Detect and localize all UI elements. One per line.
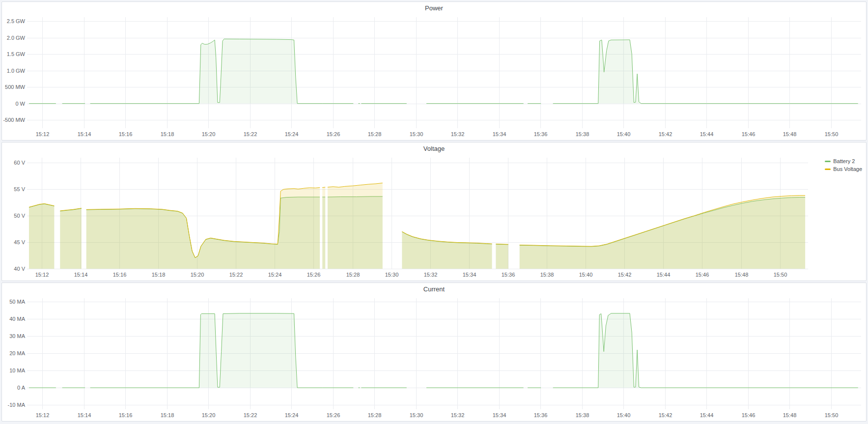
x-tick-label: 15:44 xyxy=(700,412,714,418)
x-tick-label: 15:48 xyxy=(783,131,797,137)
x-tick-label: 15:30 xyxy=(410,412,423,418)
x-tick-label: 15:38 xyxy=(576,131,589,137)
y-tick-label: -10 MA xyxy=(8,402,26,408)
y-tick-label: 60 V xyxy=(14,160,25,166)
x-tick-label: 15:24 xyxy=(285,131,299,137)
panel-title-power[interactable]: Power xyxy=(2,2,866,14)
x-tick-label: 15:18 xyxy=(161,412,174,418)
y-tick-label: 1.0 GW xyxy=(7,68,26,74)
y-tick-label: 50 V xyxy=(14,213,25,219)
x-tick-label: 15:38 xyxy=(576,412,589,418)
x-tick-label: 15:44 xyxy=(657,272,671,278)
voltage-chart-canvas[interactable]: 60 V55 V50 V45 V40 V15:1215:1415:1615:18… xyxy=(2,155,866,281)
x-tick-label: 15:46 xyxy=(696,272,709,278)
panel-title-voltage[interactable]: Voltage xyxy=(2,142,866,155)
power-chart-canvas[interactable]: 2.5 GW2.0 GW1.5 GW1.0 GW500 MW0 W-500 MW… xyxy=(2,14,866,140)
x-tick-label: 15:36 xyxy=(534,412,548,418)
x-tick-label: 15:16 xyxy=(119,131,133,137)
y-tick-label: 0 A xyxy=(17,385,26,391)
Bus Voltage-area xyxy=(29,183,805,269)
x-tick-label: 15:26 xyxy=(327,412,340,418)
x-tick-label: 15:50 xyxy=(825,131,839,137)
x-tick-label: 15:24 xyxy=(285,412,299,418)
x-tick-label: 15:24 xyxy=(268,272,282,278)
x-tick-label: 15:14 xyxy=(78,412,91,418)
x-tick-label: 15:14 xyxy=(74,272,88,278)
y-tick-label: 40 V xyxy=(14,266,25,272)
gridlines xyxy=(27,298,861,409)
y-tick-label: 30 MA xyxy=(9,333,25,339)
x-tick-label: 15:18 xyxy=(152,272,166,278)
panel-power: Power 2.5 GW2.0 GW1.5 GW1.0 GW500 MW0 W-… xyxy=(1,1,867,141)
x-tick-label: 15:20 xyxy=(191,272,204,278)
y-tick-label: 1.5 GW xyxy=(7,51,26,57)
x-tick-label: 15:26 xyxy=(307,272,321,278)
x-tick-label: 15:50 xyxy=(774,272,787,278)
x-tick-label: 15:18 xyxy=(161,131,174,137)
x-tick-label: 15:20 xyxy=(202,131,216,137)
x-tick-label: 15:30 xyxy=(385,272,399,278)
legend-label: Bus Voltage xyxy=(833,166,862,172)
x-tick-label: 15:36 xyxy=(534,131,548,137)
x-tick-label: 15:40 xyxy=(579,272,593,278)
current-area xyxy=(29,313,858,388)
y-tick-label: 0 W xyxy=(15,101,25,107)
y-tick-label: 2.0 GW xyxy=(7,35,26,41)
y-tick-label: -500 MW xyxy=(3,117,25,123)
x-tick-label: 15:22 xyxy=(244,412,257,418)
y-tick-label: 50 MA xyxy=(9,299,25,305)
x-tick-label: 15:12 xyxy=(36,131,50,137)
y-tick-label: 40 MA xyxy=(9,316,25,322)
legend: Battery 2 Bus Voltage xyxy=(825,158,862,172)
x-tick-label: 15:40 xyxy=(617,131,631,137)
x-tick-label: 15:38 xyxy=(540,272,554,278)
x-tick-label: 15:30 xyxy=(410,131,423,137)
x-tick-label: 15:28 xyxy=(368,412,382,418)
x-tick-label: 15:34 xyxy=(493,131,506,137)
series-color-swatch-icon xyxy=(825,161,831,162)
x-tick-label: 15:42 xyxy=(618,272,632,278)
legend-item-bus-voltage[interactable]: Bus Voltage xyxy=(825,166,862,172)
panel-voltage: Voltage 60 V55 V50 V45 V40 V15:1215:1415… xyxy=(1,142,867,281)
y-tick-label: 500 MW xyxy=(5,84,26,90)
current-chart-canvas[interactable]: 50 MA40 MA30 MA20 MA10 MA0 A-10 MA15:121… xyxy=(2,295,866,421)
series-color-swatch-icon xyxy=(825,169,831,170)
dashboard: Power 2.5 GW2.0 GW1.5 GW1.0 GW500 MW0 W-… xyxy=(0,0,868,424)
x-tick-label: 15:14 xyxy=(78,131,91,137)
x-tick-label: 15:50 xyxy=(825,412,839,418)
x-tick-label: 15:34 xyxy=(493,412,506,418)
x-tick-label: 15:32 xyxy=(424,272,438,278)
power-chart[interactable]: 2.5 GW2.0 GW1.5 GW1.0 GW500 MW0 W-500 MW… xyxy=(2,14,866,140)
y-tick-label: 45 V xyxy=(14,239,25,245)
y-tick-label: 55 V xyxy=(14,186,25,192)
x-tick-label: 15:32 xyxy=(451,412,465,418)
panel-current: Current 50 MA40 MA30 MA20 MA10 MA0 A-10 … xyxy=(1,283,867,422)
x-tick-label: 15:26 xyxy=(327,131,340,137)
x-tick-label: 15:46 xyxy=(742,412,756,418)
x-tick-label: 15:42 xyxy=(659,412,672,418)
x-tick-label: 15:42 xyxy=(659,131,672,137)
y-tick-label: 10 MA xyxy=(9,367,25,373)
x-tick-label: 15:48 xyxy=(783,412,797,418)
x-tick-label: 15:20 xyxy=(202,412,216,418)
legend-item-battery-2[interactable]: Battery 2 xyxy=(825,158,862,164)
voltage-chart[interactable]: 60 V55 V50 V45 V40 V15:1215:1415:1615:18… xyxy=(2,155,866,281)
gridlines xyxy=(27,17,861,128)
panel-title-current[interactable]: Current xyxy=(2,283,866,295)
x-tick-label: 15:12 xyxy=(35,272,49,278)
y-tick-label: 20 MA xyxy=(9,350,25,356)
axis-labels: 50 MA40 MA30 MA20 MA10 MA0 A-10 MA15:121… xyxy=(8,299,839,418)
x-tick-label: 15:48 xyxy=(735,272,749,278)
current-chart[interactable]: 50 MA40 MA30 MA20 MA10 MA0 A-10 MA15:121… xyxy=(2,295,866,421)
x-tick-label: 15:28 xyxy=(346,272,360,278)
x-tick-label: 15:16 xyxy=(113,272,127,278)
legend-label: Battery 2 xyxy=(833,158,855,164)
x-tick-label: 15:46 xyxy=(742,131,756,137)
axis-labels: 2.5 GW2.0 GW1.5 GW1.0 GW500 MW0 W-500 MW… xyxy=(3,18,838,137)
x-tick-label: 15:44 xyxy=(700,131,714,137)
y-tick-label: 2.5 GW xyxy=(7,18,26,24)
current-line xyxy=(29,313,858,388)
x-tick-label: 15:36 xyxy=(502,272,515,278)
x-tick-label: 15:40 xyxy=(617,412,631,418)
x-tick-label: 15:34 xyxy=(463,272,476,278)
